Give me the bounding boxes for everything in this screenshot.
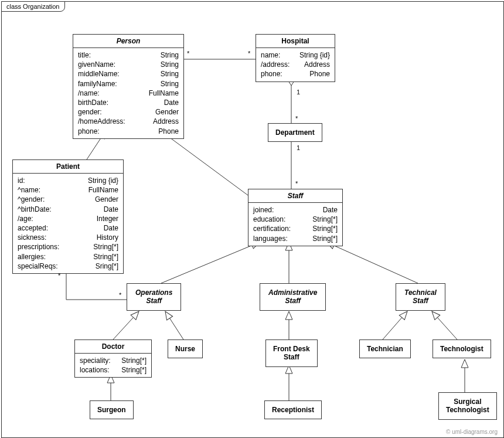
attribute-row: ^gender:Gender bbox=[18, 195, 118, 204]
svg-line-5 bbox=[161, 242, 260, 283]
attribute-row: phone:Phone bbox=[261, 69, 330, 79]
mult-hosp-dept-star: * bbox=[295, 115, 298, 122]
attribute-row: prescriptions:String[*] bbox=[18, 242, 118, 252]
attribute-row: ^name:FullName bbox=[18, 185, 118, 195]
class-doctor-name: Doctor bbox=[75, 340, 151, 354]
class-nurse-name: Nurse bbox=[168, 340, 202, 358]
class-receptionist-name: Receptionist bbox=[265, 401, 321, 419]
attribute-row: locations:String[*] bbox=[80, 365, 147, 375]
class-hospital-attrs: name:String {id}/address:Addressphone:Ph… bbox=[256, 48, 335, 82]
class-front-desk: Front DeskStaff bbox=[265, 339, 318, 367]
attribute-row: middleName:String bbox=[78, 69, 179, 79]
attribute-row: /name:FullName bbox=[78, 89, 179, 98]
class-patient-attrs: id:String {id}^name:FullName^gender:Gend… bbox=[13, 174, 123, 273]
class-department-name: Department bbox=[268, 124, 322, 141]
attribute-row: id:String {id} bbox=[18, 176, 118, 185]
class-technologist-name: Technologist bbox=[433, 340, 491, 358]
class-technologist: Technologist bbox=[433, 339, 491, 358]
svg-line-9 bbox=[165, 311, 183, 339]
class-nurse: Nurse bbox=[168, 339, 203, 358]
class-surgeon-name: Surgeon bbox=[90, 401, 133, 419]
class-patient-name: Patient bbox=[13, 160, 123, 174]
uml-frame: class Organization bbox=[1, 1, 504, 438]
class-tech-staff: TechnicalStaff bbox=[396, 283, 445, 311]
class-admin-staff-name: AdministrativeStaff bbox=[260, 284, 325, 310]
mult-ops-side: * bbox=[119, 291, 121, 298]
mult-hosp-dept-1: 1 bbox=[297, 89, 300, 96]
class-admin-staff: AdministrativeStaff bbox=[260, 283, 326, 311]
class-technician: Technician bbox=[359, 339, 411, 358]
class-person: Person title:StringgivenName:Stringmiddl… bbox=[73, 34, 184, 139]
class-receptionist: Receptionist bbox=[264, 400, 322, 419]
attribute-row: /age:Integer bbox=[18, 214, 118, 223]
attribute-row: accepted:Date bbox=[18, 223, 118, 233]
attribute-row: allergies:String[*] bbox=[18, 252, 118, 262]
class-person-name: Person bbox=[73, 35, 183, 48]
class-department: Department bbox=[268, 123, 322, 142]
class-doctor: Doctor speciality:String[*]locations:Str… bbox=[74, 339, 152, 378]
class-technician-name: Technician bbox=[360, 340, 410, 358]
attribute-row: birthDate:Date bbox=[78, 98, 179, 107]
class-surgical-technologist-name: SurgicalTechnologist bbox=[439, 393, 496, 419]
attribute-row: joined:Date bbox=[253, 205, 338, 215]
attribute-row: ^birthDate:Date bbox=[18, 205, 118, 214]
attribute-row: certification:String[*] bbox=[253, 224, 338, 233]
class-front-desk-name: Front DeskStaff bbox=[266, 340, 317, 366]
svg-line-8 bbox=[113, 311, 139, 339]
svg-line-12 bbox=[432, 311, 457, 339]
class-tech-staff-name: TechnicalStaff bbox=[396, 284, 445, 310]
attribute-row: sickness:History bbox=[18, 233, 118, 242]
attribute-row: /address:Address bbox=[261, 60, 330, 69]
class-surgical-technologist: SurgicalTechnologist bbox=[438, 392, 497, 420]
attribute-row: speciality:String[*] bbox=[80, 356, 147, 365]
svg-line-4 bbox=[161, 131, 248, 195]
class-staff-attrs: joined:Dateeducation:String[*]certificat… bbox=[248, 203, 342, 246]
class-staff: Staff joined:Dateeducation:String[*]cert… bbox=[248, 189, 343, 246]
mult-patient-side: * bbox=[58, 272, 60, 279]
class-operations-staff-name: OperationsStaff bbox=[127, 284, 181, 310]
attribute-row: /homeAddress:Address bbox=[78, 117, 179, 126]
svg-line-7 bbox=[326, 242, 418, 283]
attribute-row: gender:Gender bbox=[78, 107, 179, 117]
attribute-row: specialReqs:Sring[*] bbox=[18, 262, 118, 271]
class-operations-staff: OperationsStaff bbox=[127, 283, 181, 311]
class-person-attrs: title:StringgivenName:StringmiddleName:S… bbox=[73, 48, 183, 138]
frame-title: class Organization bbox=[1, 1, 65, 12]
attribute-row: languages:String[*] bbox=[253, 234, 338, 243]
svg-line-11 bbox=[383, 311, 407, 339]
mult-dept-staff-star: * bbox=[295, 180, 298, 187]
class-staff-name: Staff bbox=[248, 189, 342, 203]
attribute-row: title:String bbox=[78, 50, 179, 60]
class-patient: Patient id:String {id}^name:FullName^gen… bbox=[12, 159, 124, 274]
attribute-row: familyName:String bbox=[78, 79, 179, 89]
attribute-row: name:String {id} bbox=[261, 50, 330, 60]
class-doctor-attrs: speciality:String[*]locations:String[*] bbox=[75, 354, 151, 377]
mult-person-side: * bbox=[187, 50, 189, 57]
attribute-row: education:String[*] bbox=[253, 215, 338, 224]
attribute-row: phone:Phone bbox=[78, 127, 179, 136]
class-hospital: Hospital name:String {id}/address:Addres… bbox=[256, 34, 335, 82]
class-hospital-name: Hospital bbox=[256, 35, 335, 48]
mult-dept-staff-1: 1 bbox=[297, 144, 300, 151]
attribute-row: givenName:String bbox=[78, 60, 179, 69]
mult-hospital-side: * bbox=[248, 50, 250, 57]
class-surgeon: Surgeon bbox=[90, 400, 134, 419]
